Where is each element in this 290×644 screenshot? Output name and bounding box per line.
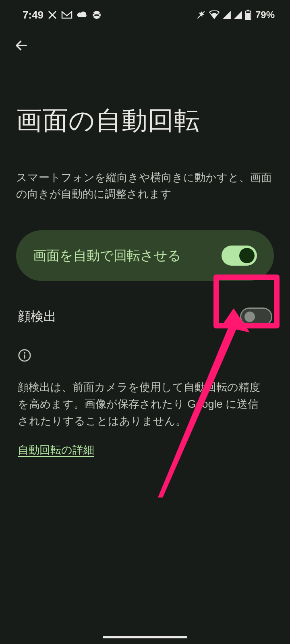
cloud-icon <box>77 11 88 19</box>
page-title: 画面の自動回転 <box>16 103 274 138</box>
svg-point-0 <box>93 11 101 19</box>
x-icon <box>48 10 57 20</box>
vibrate-icon <box>196 10 206 20</box>
battery-percent: 79% <box>255 9 275 21</box>
face-detection-row[interactable]: 顔検出 <box>0 308 290 326</box>
auto-rotate-toggle-card[interactable]: 画面を自動で回転させる <box>16 230 274 281</box>
learn-more-link[interactable]: 自動回転の詳細 <box>18 443 94 457</box>
signal-icon-2 <box>234 10 242 19</box>
svg-rect-7 <box>24 355 25 359</box>
auto-rotate-switch[interactable] <box>222 246 257 266</box>
info-block: 顔検出は、前面カメラを使用して自動回転の精度を高めます。画像が保存されたり Go… <box>0 326 290 457</box>
svg-rect-4 <box>246 13 250 19</box>
auto-rotate-label: 画面を自動で回転させる <box>33 247 181 265</box>
status-time: 7:49 <box>23 9 44 21</box>
sports-icon <box>92 10 102 20</box>
home-indicator[interactable] <box>103 636 187 638</box>
battery-icon <box>245 10 251 20</box>
title-block: 画面の自動回転 スマートフォンを縦向きや横向きに動かすと、画面の向きが自動的に調… <box>0 55 290 202</box>
status-bar: 7:49 <box>0 0 290 24</box>
arrow-back-icon <box>14 38 29 53</box>
back-button[interactable] <box>12 36 31 55</box>
status-left: 7:49 <box>23 9 102 21</box>
info-icon <box>18 349 31 362</box>
face-detection-switch[interactable] <box>240 308 272 326</box>
svg-point-6 <box>24 352 25 354</box>
gmail-icon <box>61 11 72 19</box>
signal-icon-1 <box>222 10 231 19</box>
page-description: スマートフォンを縦向きや横向きに動かすと、画面の向きが自動的に調整されます <box>16 169 274 202</box>
svg-rect-3 <box>247 10 249 11</box>
face-detection-label: 顔検出 <box>18 308 56 326</box>
status-right: 79% <box>196 9 275 21</box>
info-text: 顔検出は、前面カメラを使用して自動回転の精度を高めます。画像が保存されたり Go… <box>18 379 267 430</box>
header <box>0 24 290 55</box>
wifi-icon <box>209 10 220 19</box>
